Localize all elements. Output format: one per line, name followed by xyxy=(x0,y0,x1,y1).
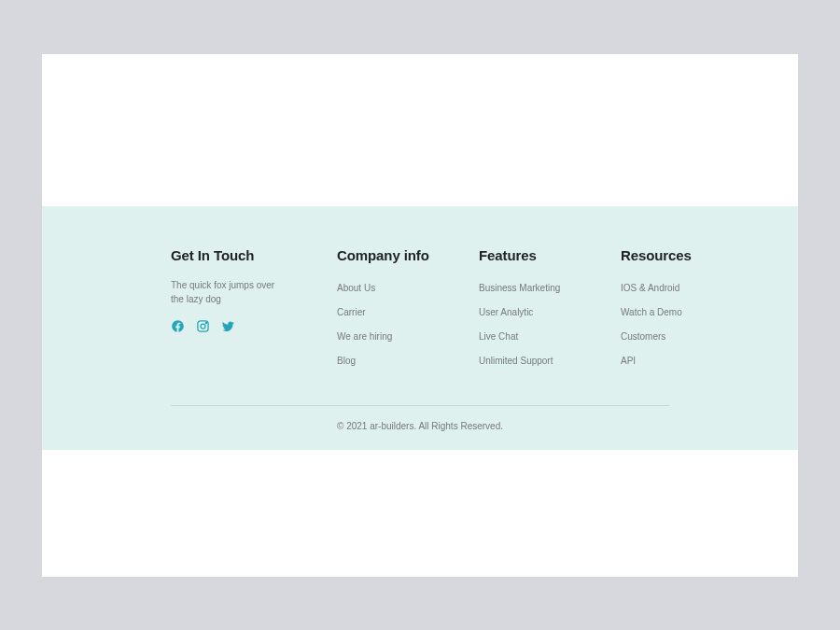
copyright-text: © 2021 ar-builders. All Rights Reserved. xyxy=(42,421,798,431)
list-item: Live Chat xyxy=(479,327,602,343)
footer-col-title: Resources xyxy=(621,247,705,263)
footer-link[interactable]: Blog xyxy=(337,356,356,366)
facebook-link[interactable] xyxy=(171,319,185,333)
footer-link[interactable]: Carrier xyxy=(337,307,366,317)
instagram-icon xyxy=(196,319,210,333)
footer-link[interactable]: Customers xyxy=(621,331,665,342)
footer-links-list: About Us Carrier We are hiring Blog xyxy=(337,278,460,368)
footer-col-description: The quick fox jumps over the lazy dog xyxy=(171,278,285,306)
footer-col-company-info: Company info About Us Carrier We are hir… xyxy=(337,247,460,368)
svg-point-2 xyxy=(205,322,206,323)
social-links-row xyxy=(171,319,318,333)
footer-col-title: Get In Touch xyxy=(171,247,318,263)
list-item: About Us xyxy=(337,278,460,295)
list-item: Watch a Demo xyxy=(621,302,705,319)
twitter-icon xyxy=(221,319,235,333)
list-item: Unlimited Support xyxy=(479,351,602,368)
facebook-icon xyxy=(171,319,185,333)
footer-col-get-in-touch: Get In Touch The quick fox jumps over th… xyxy=(171,247,318,368)
footer-link[interactable]: User Analytic xyxy=(479,307,533,317)
list-item: User Analytic xyxy=(479,302,602,319)
footer-col-title: Company info xyxy=(337,247,460,263)
list-item: Carrier xyxy=(337,302,460,319)
footer-col-title: Features xyxy=(479,247,602,263)
footer: Get In Touch The quick fox jumps over th… xyxy=(42,206,798,450)
footer-link[interactable]: About Us xyxy=(337,283,375,293)
list-item: Business Marketing xyxy=(479,278,602,295)
footer-link[interactable]: Live Chat xyxy=(479,331,518,342)
list-item: Customers xyxy=(621,327,705,343)
footer-links-list: IOS & Android Watch a Demo Customers API xyxy=(621,278,705,368)
list-item: IOS & Android xyxy=(621,278,705,295)
page-container: Get In Touch The quick fox jumps over th… xyxy=(42,54,798,577)
footer-link[interactable]: Watch a Demo xyxy=(621,307,682,317)
footer-link[interactable]: Unlimited Support xyxy=(479,356,553,366)
footer-divider xyxy=(171,405,669,406)
list-item: API xyxy=(621,351,705,368)
footer-link[interactable]: We are hiring xyxy=(337,331,392,342)
footer-link[interactable]: Business Marketing xyxy=(479,283,560,293)
instagram-link[interactable] xyxy=(196,319,210,333)
footer-columns: Get In Touch The quick fox jumps over th… xyxy=(42,247,798,368)
footer-col-features: Features Business Marketing User Analyti… xyxy=(479,247,602,368)
list-item: Blog xyxy=(337,351,460,368)
footer-link[interactable]: API xyxy=(621,356,636,366)
footer-links-list: Business Marketing User Analytic Live Ch… xyxy=(479,278,602,368)
list-item: We are hiring xyxy=(337,327,460,343)
footer-col-resources: Resources IOS & Android Watch a Demo Cus… xyxy=(621,247,705,368)
footer-link[interactable]: IOS & Android xyxy=(621,283,679,293)
svg-point-1 xyxy=(201,324,205,329)
twitter-link[interactable] xyxy=(221,319,235,333)
